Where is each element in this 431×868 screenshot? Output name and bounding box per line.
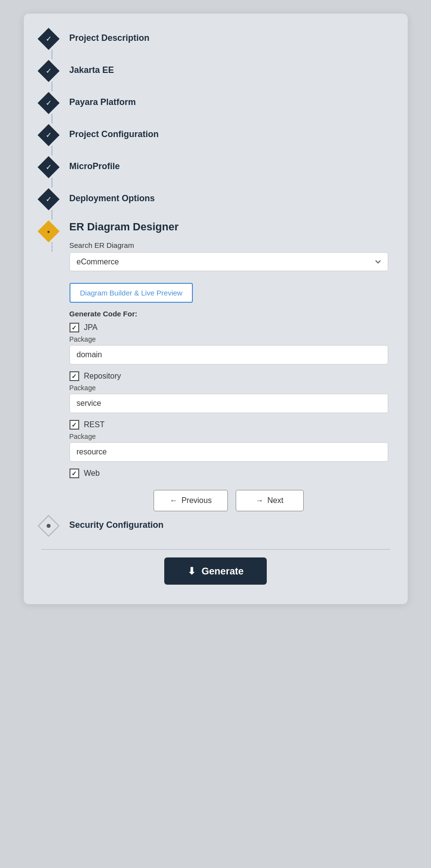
v-line-4 [52,146,52,156]
diamond-active: ● [37,220,59,242]
repository-check-icon: ✓ [71,373,77,380]
rest-label: REST [84,420,105,429]
rest-check-icon: ✓ [71,421,77,429]
check-icon-4: ✓ [45,131,52,139]
step-connector-wrap-5: ✓ [41,156,63,188]
step-label-project-config: Project Configuration [69,124,159,139]
v-line-2 [52,82,52,91]
v-line-6 [52,210,52,220]
jpa-check-icon: ✓ [71,324,77,331]
jpa-pkg-label: Package [69,335,388,343]
jpa-checkbox-row: ✓ JPA [69,323,388,332]
web-check-icon: ✓ [71,470,77,477]
generate-button[interactable]: ⬇ Generate [164,557,267,585]
web-label: Web [84,469,100,478]
check-icon-3: ✓ [45,99,52,107]
step-connector-wrap-4: ✓ [41,124,63,156]
step-icon-project-config: ✓ [38,124,59,146]
download-icon: ⬇ [188,565,196,577]
rest-pkg-label: Package [69,433,388,440]
v-line [52,50,52,59]
diamond-done-6: ✓ [37,188,59,210]
web-checkbox-row: ✓ Web [69,469,388,478]
step-project-description: ✓ Project Description [41,28,390,60]
generate-code-label: Generate Code For: [69,310,388,318]
step-connector-wrap-3: ✓ [41,92,63,123]
repository-label: Repository [84,372,121,381]
step-microprofile: ✓ MicroProfile [41,156,390,189]
next-button[interactable]: → Next [236,490,304,511]
step-connector-wrap-2: ✓ [41,60,63,91]
diamond-pending [37,515,59,537]
step-icon-project-description: ✓ [38,28,59,50]
rest-checkbox-row: ✓ REST [69,420,388,430]
diamond-done-5: ✓ [37,156,59,178]
repository-package-input[interactable] [69,394,388,413]
step-connector-wrap: ✓ [41,28,63,59]
step-icon-microprofile: ✓ [38,156,59,178]
step-connector-wrap-8 [41,515,63,537]
v-line-dashed-7 [52,242,52,252]
step-icon-er-diagram: ● [38,221,59,242]
step-label-payara: Payara Platform [69,92,136,107]
rest-checkbox[interactable]: ✓ [69,420,79,430]
check-icon-5: ✓ [45,163,52,172]
repository-checkbox[interactable]: ✓ [69,371,79,381]
v-line-5 [52,178,52,188]
diagram-builder-button[interactable]: Diagram Builder & Live Preview [69,283,193,303]
step-deployment: ✓ Deployment Options [41,189,390,221]
arrow-left-icon: ← [170,496,177,505]
jpa-package-input[interactable] [69,345,388,365]
step-icon-payara: ✓ [38,92,59,114]
step-connector-wrap-7: ● [41,221,63,252]
nav-buttons: ← Previous → Next [69,490,388,511]
previous-label: Previous [181,496,211,505]
check-icon-6: ✓ [45,195,52,204]
repository-checkbox-row: ✓ Repository [69,371,388,381]
step-label-security: Security Configuration [69,515,164,530]
main-card: ✓ Project Description ✓ Jakarta EE [24,14,408,604]
step-jakarta-ee: ✓ Jakarta EE [41,60,390,92]
step-label-project-description: Project Description [69,28,150,43]
search-er-select[interactable]: eCommerce Blog Library Hospital School [69,252,388,271]
web-checkbox[interactable]: ✓ [69,469,79,478]
step-label-er-diagram: ER Diagram Designer [69,217,179,233]
step-label-jakarta-ee: Jakarta EE [69,60,114,75]
next-label: Next [267,496,283,505]
jpa-checkbox[interactable]: ✓ [69,323,79,332]
step-payara: ✓ Payara Platform [41,92,390,124]
step-icon-deployment: ✓ [38,189,59,210]
pending-dot-icon [47,524,51,528]
generate-label: Generate [202,566,244,577]
step-label-deployment: Deployment Options [69,189,155,203]
generate-section: ⬇ Generate [41,557,390,585]
divider [41,549,390,550]
step-icon-jakarta-ee: ✓ [38,60,59,82]
repository-pkg-label: Package [69,384,388,392]
dot-icon: ● [47,228,50,234]
diamond-done-3: ✓ [37,92,59,114]
rest-package-input[interactable] [69,442,388,462]
check-icon-2: ✓ [45,67,52,75]
arrow-right-icon: → [256,496,263,505]
search-er-label: Search ER Diagram [69,241,388,249]
jpa-label: JPA [84,323,98,332]
check-icon: ✓ [45,35,52,43]
step-icon-security [38,515,59,537]
v-line-3 [52,114,52,123]
step-er-diagram: ● ER Diagram Designer Search ER Diagram … [41,221,390,512]
diamond-done-2: ✓ [37,60,59,82]
previous-button[interactable]: ← Previous [154,490,227,511]
step-label-microprofile: MicroProfile [69,156,120,171]
step-project-config: ✓ Project Configuration [41,124,390,156]
diamond-done-4: ✓ [37,124,59,146]
step-security: Security Configuration [41,515,390,538]
diamond-done: ✓ [37,28,59,50]
step-connector-wrap-6: ✓ [41,189,63,220]
